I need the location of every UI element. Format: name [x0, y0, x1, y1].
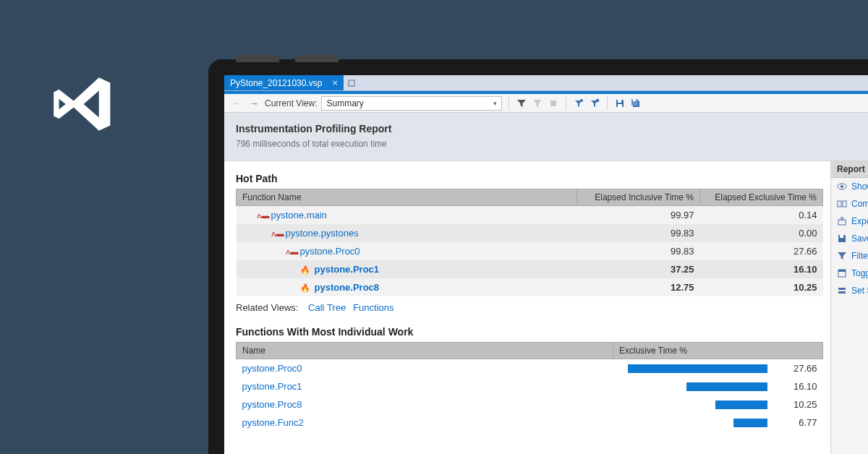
toolbar-separator — [509, 97, 509, 110]
report-header: Instrumentation Profiling Report 796 mil… — [224, 113, 868, 161]
report-action-save[interactable]: Save — [831, 230, 868, 247]
current-view-label: Current View: — [265, 98, 317, 108]
close-tab-icon[interactable]: × — [332, 77, 338, 88]
function-link[interactable]: pystone.Proc1 — [242, 381, 302, 392]
report-body: Hot Path Function Name Elapsed Inclusive… — [224, 161, 830, 454]
exclusive-value: 10.25 — [700, 278, 823, 296]
nav-forward-icon[interactable]: → — [247, 98, 260, 109]
noise-reduction-icon[interactable] — [573, 98, 584, 109]
related-view-link[interactable]: Call Tree — [308, 302, 346, 313]
flame-icon: 🔥 — [300, 283, 310, 293]
function-link[interactable]: pystone.main — [271, 210, 327, 220]
save-icon[interactable] — [614, 98, 626, 109]
table-row[interactable]: ʌ▬pystone.Proc099.8327.66 — [237, 242, 823, 260]
function-link[interactable]: pystone.pystones — [286, 228, 359, 239]
document-tab-active[interactable]: PyStone_20121030.vsp × — [224, 75, 344, 90]
report-action-compare[interactable]: Comp — [831, 195, 868, 213]
tab-overflow-icon[interactable] — [344, 75, 359, 90]
device-frame: PyStone_20121030.vsp × ← → Current View:… — [208, 59, 868, 454]
hot-path-icon: ʌ▬ — [286, 247, 296, 257]
svg-rect-9 — [838, 201, 841, 207]
toggle-icon — [837, 268, 847, 278]
col-function-name[interactable]: Function Name — [237, 189, 577, 206]
visual-studio-logo-icon — [47, 71, 114, 137]
filter-icon[interactable] — [516, 98, 527, 109]
function-link[interactable]: pystone.Proc1 — [315, 264, 380, 275]
svg-rect-16 — [838, 291, 846, 294]
table-row[interactable]: 🔥pystone.Proc812.7510.25 — [237, 278, 823, 296]
current-view-select[interactable]: Summary ▾ — [321, 96, 502, 111]
svg-rect-6 — [633, 99, 636, 101]
exclusive-value: 0.14 — [700, 206, 823, 225]
table-row[interactable]: ʌ▬pystone.pystones99.830.00 — [237, 224, 823, 242]
hot-path-icon: ʌ▬ — [271, 229, 281, 239]
report-actions-header: Report — [831, 161, 868, 178]
flame-icon: 🔥 — [300, 265, 310, 275]
table-row[interactable]: ʌ▬pystone.main99.970.14 — [237, 206, 823, 225]
filter-icon — [837, 251, 847, 261]
col-exclusive-time[interactable]: Exclusive Time % — [613, 343, 823, 359]
hot-path-heading: Hot Path — [236, 173, 823, 184]
exclusive-value: 27.66 — [700, 242, 823, 260]
report-action-label: Togg — [851, 268, 868, 278]
report-action-filter[interactable]: Filter — [831, 247, 868, 265]
report-action-settings[interactable]: Set S — [831, 282, 868, 299]
inclusive-value: 99.83 — [577, 224, 700, 242]
report-action-export[interactable]: Expo — [831, 213, 868, 230]
svg-rect-12 — [840, 235, 843, 238]
related-view-link[interactable]: Functions — [353, 302, 393, 313]
toolbar-separator — [607, 97, 608, 110]
report-action-label: Save — [851, 234, 868, 244]
settings-icon — [837, 286, 847, 296]
col-inclusive-time[interactable]: Elapsed Inclusive Time % — [577, 189, 700, 206]
col-exclusive-time[interactable]: Elapsed Exclusive Time % — [700, 189, 823, 206]
functions-work-heading: Functions With Most Individual Work — [236, 326, 823, 338]
function-link[interactable]: pystone.Proc0 — [300, 246, 360, 257]
exclusive-value: 27.66 — [770, 359, 823, 378]
eye-icon — [837, 181, 847, 192]
inclusive-value: 99.83 — [577, 242, 700, 260]
table-row[interactable]: pystone.Proc810.25 — [237, 395, 823, 414]
col-name[interactable]: Name — [237, 343, 613, 359]
svg-rect-5 — [618, 104, 622, 107]
toolbar: ← → Current View: Summary ▾ — [224, 94, 868, 113]
exclusive-bar — [613, 377, 771, 395]
save-all-icon[interactable] — [630, 98, 642, 109]
table-row[interactable]: pystone.Proc027.66 — [237, 359, 823, 378]
nav-back-icon: ← — [230, 98, 243, 109]
exclusive-value: 16.10 — [700, 260, 823, 278]
report-actions-panel: Report ShowCompExpoSaveFilterToggSet S — [830, 161, 868, 454]
function-link[interactable]: pystone.Func2 — [242, 417, 304, 428]
inclusive-value: 12.75 — [577, 278, 700, 296]
report-title: Instrumentation Profiling Report — [236, 123, 862, 134]
current-view-value: Summary — [326, 98, 363, 108]
export-icon — [837, 216, 847, 226]
table-row[interactable]: pystone.Proc116.10 — [237, 377, 823, 395]
noise-reduction-alt-icon[interactable] — [589, 98, 600, 109]
function-link[interactable]: pystone.Proc8 — [242, 399, 302, 410]
report-action-label: Set S — [851, 286, 868, 296]
table-row[interactable]: 🔥pystone.Proc137.2516.10 — [237, 260, 823, 278]
svg-rect-10 — [843, 201, 846, 207]
function-link[interactable]: pystone.Proc8 — [315, 282, 380, 293]
inclusive-value: 37.25 — [577, 260, 700, 278]
svg-rect-0 — [349, 80, 354, 86]
exclusive-bar — [613, 395, 771, 414]
chevron-down-icon: ▾ — [493, 100, 497, 107]
svg-point-8 — [841, 185, 843, 188]
table-row[interactable]: pystone.Func26.77 — [237, 414, 823, 432]
save-icon — [837, 234, 847, 244]
document-tabbar: PyStone_20121030.vsp × — [224, 75, 868, 91]
toolbar-separator — [566, 97, 566, 110]
function-link[interactable]: pystone.Proc0 — [242, 363, 302, 374]
app-window: PyStone_20121030.vsp × ← → Current View:… — [224, 75, 868, 454]
document-tab-title: PyStone_20121030.vsp — [230, 78, 322, 88]
report-action-eye[interactable]: Show — [831, 178, 868, 195]
svg-rect-3 — [596, 99, 599, 102]
exclusive-value: 6.77 — [770, 414, 823, 432]
report-action-toggle[interactable]: Togg — [831, 265, 868, 282]
report-subtitle: 796 milliseconds of total execution time — [236, 139, 862, 149]
functions-work-table: Name Exclusive Time % pystone.Proc027.66… — [236, 342, 823, 432]
hot-path-icon: ʌ▬ — [257, 211, 267, 220]
report-action-label: Expo — [851, 216, 868, 226]
